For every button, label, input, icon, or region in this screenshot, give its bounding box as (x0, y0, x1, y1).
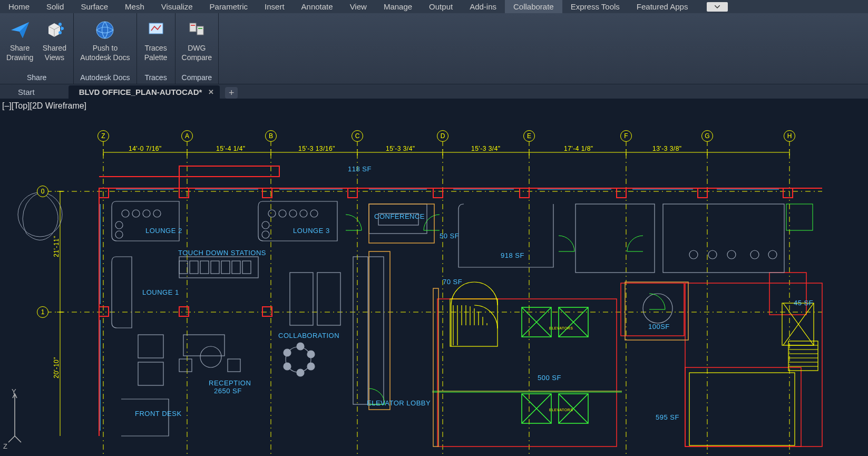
svg-rect-9 (198, 28, 202, 29)
svg-rect-124 (369, 251, 390, 410)
svg-rect-38 (348, 188, 357, 198)
svg-rect-44 (99, 307, 109, 316)
shared-views-button[interactable]: SharedViews (40, 15, 69, 72)
menu-collaborate[interactable]: Collaborate (505, 0, 562, 13)
svg-rect-91 (138, 335, 163, 358)
drawing-canvas[interactable]: Z A B C D E F G H 0 1 14'-0 7/16" 15'-4 … (0, 99, 868, 456)
svg-point-102 (689, 250, 698, 259)
room-45sf: 45 SF (794, 299, 813, 307)
room-conference: CONFERENCE (374, 212, 425, 220)
room-elevlobby: ELEVATOR LOBBY (367, 399, 431, 407)
dim-v-0: 21'-11" (53, 236, 60, 257)
svg-rect-93 (183, 335, 225, 356)
file-tab-active[interactable]: BLVD OFFICE_PLAN-AUTOCAD* ✕ (69, 85, 220, 99)
room-lounge2: LOUNGE 2 (145, 227, 182, 235)
svg-line-128 (8, 436, 15, 442)
ribbon-panel-compare: DWGCompare Compare (175, 13, 219, 84)
svg-rect-96 (353, 257, 368, 404)
svg-rect-82 (290, 273, 313, 325)
close-icon[interactable]: ✕ (207, 89, 214, 96)
paper-plane-icon (7, 17, 33, 43)
menu-output[interactable]: Output (421, 0, 461, 13)
menu-insert[interactable]: Insert (256, 0, 293, 13)
dwg-compare-button[interactable]: DWGCompare (180, 15, 214, 72)
room-lounge3: LOUNGE 3 (293, 227, 330, 235)
compare-icon (184, 17, 209, 43)
svg-point-85 (297, 343, 304, 350)
ribbon: ShareDrawing SharedViews Share (0, 13, 868, 84)
menu-manage[interactable]: Manage (375, 0, 421, 13)
grid-label-a: A (181, 130, 193, 142)
menu-visualize[interactable]: Visualize (153, 0, 201, 13)
room-lounge1: LOUNGE 1 (142, 288, 179, 296)
dwg-compare-label: DWGCompare (182, 44, 212, 62)
grid-label-g: G (701, 130, 713, 142)
ribbon-panel-traces: TracesPalette Traces (137, 13, 175, 84)
svg-rect-7 (197, 26, 203, 35)
dim-h-0: 14'-0 7/16" (129, 145, 162, 152)
svg-rect-75 (179, 261, 188, 274)
menu-featured-apps[interactable]: Featured Apps (628, 0, 697, 13)
svg-rect-6 (190, 23, 196, 32)
menu-home[interactable]: Home (0, 0, 38, 13)
grid-label-e: E (523, 130, 535, 142)
svg-point-106 (768, 250, 777, 259)
svg-rect-97 (369, 257, 384, 404)
menu-annotate[interactable]: Annotate (293, 0, 342, 13)
svg-point-103 (708, 250, 717, 259)
menu-addins[interactable]: Add-ins (461, 0, 505, 13)
svg-point-104 (727, 250, 736, 259)
file-tab-start[interactable]: Start (11, 85, 66, 99)
share-drawing-button[interactable]: ShareDrawing (4, 15, 35, 72)
svg-rect-74 (179, 257, 258, 278)
ribbon-panel-autodesk-docs: Push toAutodesk Docs Autodesk Docs (74, 13, 136, 84)
svg-rect-35 (99, 188, 109, 198)
ucs-z-label: Z (3, 442, 7, 450)
shared-views-label: SharedViews (43, 44, 66, 62)
menu-mesh[interactable]: Mesh (116, 0, 153, 13)
file-tab-start-label: Start (18, 88, 35, 96)
svg-point-73 (262, 231, 269, 238)
file-tab-add-button[interactable]: + (225, 87, 238, 99)
menu-express-tools[interactable]: Express Tools (562, 0, 628, 13)
menu-solid[interactable]: Solid (38, 0, 72, 13)
room-100sf: 100SF (648, 323, 670, 331)
svg-rect-95 (228, 359, 240, 372)
menu-view[interactable]: View (342, 0, 375, 13)
traces-icon (143, 17, 169, 43)
menu-parametric[interactable]: Parametric (201, 0, 257, 13)
svg-rect-80 (232, 261, 240, 274)
svg-rect-37 (262, 188, 272, 198)
dim-v-1: 20'-10" (53, 357, 60, 379)
traces-palette-button[interactable]: TracesPalette (141, 15, 171, 72)
svg-rect-100 (576, 204, 655, 273)
svg-point-105 (750, 250, 759, 259)
svg-point-62 (132, 210, 140, 217)
svg-rect-108 (786, 204, 813, 230)
svg-rect-79 (221, 261, 230, 274)
grid-label-h: H (784, 130, 795, 142)
svg-rect-41 (617, 188, 626, 198)
dim-h-4: 15'-3 3/4" (471, 145, 501, 152)
elev-label-2: ELEVATORS (549, 408, 573, 412)
svg-rect-43 (783, 188, 793, 198)
svg-point-72 (262, 221, 269, 229)
svg-rect-83 (317, 273, 340, 325)
svg-rect-77 (200, 261, 209, 274)
dim-h-6: 13'-3 3/8" (652, 145, 682, 152)
svg-point-69 (289, 210, 297, 217)
dim-h-5: 17'-4 1/8" (564, 145, 593, 152)
svg-point-67 (268, 210, 276, 217)
room-frontdesk: FRONT DESK (135, 410, 182, 418)
ribbon-panel-compare-title: Compare (180, 72, 214, 84)
push-to-autodesk-docs-label: Push toAutodesk Docs (80, 44, 130, 62)
push-to-autodesk-docs-button[interactable]: Push toAutodesk Docs (78, 15, 132, 72)
svg-point-61 (122, 210, 129, 217)
viewport-control-label[interactable]: [–][Top][2D Wireframe] (2, 101, 86, 111)
svg-point-71 (310, 210, 318, 217)
share-drawing-label: ShareDrawing (6, 44, 33, 62)
menu-overflow-dropdown[interactable] (707, 2, 728, 12)
menu-surface[interactable]: Surface (72, 0, 116, 13)
grid-label-b: B (265, 130, 277, 142)
svg-point-66 (115, 231, 123, 238)
